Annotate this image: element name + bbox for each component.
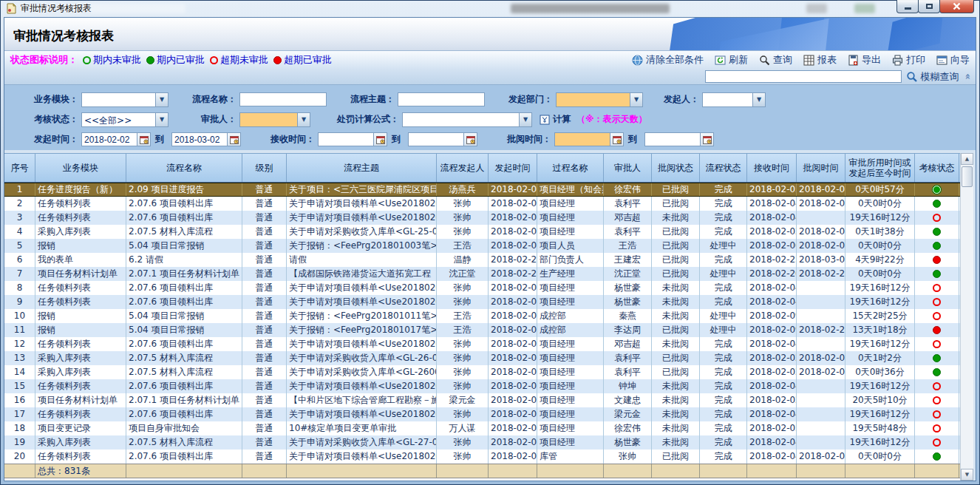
cell-start_date[interactable]: 2018-02-02 (489, 393, 537, 407)
cell-num[interactable]: 7 (4, 267, 35, 281)
cell-duration[interactable]: 20天5时10分 (845, 393, 915, 407)
scrollbar-track[interactable] (961, 189, 973, 469)
cell-initiator[interactable]: 张帅 (437, 281, 489, 295)
cell-level[interactable]: 普通 (242, 295, 287, 309)
cell-subject[interactable]: 关于申请对项目领料单<Use2018020400 (287, 295, 437, 309)
cell-level[interactable]: 普通 (242, 281, 287, 295)
cell-step[interactable]: 项目经理 (537, 197, 604, 211)
table-row[interactable]: 15任务领料列表2.07.6 项目领料出库普通关于申请对项目领料单<Use201… (4, 379, 960, 393)
cell-flow_status[interactable]: 完成 (700, 225, 747, 239)
calculate-button[interactable]: 计算 (540, 113, 571, 126)
chevron-down-icon[interactable]: ▼ (752, 93, 765, 106)
cell-review_status[interactable]: 未批阅 (652, 379, 700, 393)
cell-level[interactable]: 普通 (242, 337, 287, 351)
cell-num[interactable]: 17 (4, 407, 35, 421)
column-header-initiator[interactable]: 流程发起人 (437, 154, 489, 182)
cell-flow_status[interactable]: 完成 (700, 407, 747, 421)
cell-review_date[interactable] (797, 421, 845, 435)
cell-initiator[interactable]: 王浩 (437, 323, 489, 337)
cell-start_date[interactable]: 2018-02-02 (489, 365, 537, 379)
table-row[interactable]: 9任务领料列表2.07.6 项目领料出库普通关于申请对项目领料单<Use2018… (4, 295, 960, 309)
cell-module[interactable]: 任务领料列表 (35, 379, 126, 393)
process-name-input[interactable] (239, 92, 327, 106)
cell-num[interactable]: 5 (4, 239, 35, 253)
table-row[interactable]: 6我的表单6.2 请假普通请假温静2018-02-25部门负责人王建宏已批阅完成… (4, 253, 960, 267)
cell-level[interactable]: 普通 (242, 365, 287, 379)
cell-review_date[interactable] (797, 337, 845, 351)
cell-flow_status[interactable]: 完成 (700, 379, 747, 393)
cell-module[interactable]: 报销 (35, 239, 126, 253)
cell-initiator[interactable]: 张帅 (437, 225, 489, 239)
cell-step[interactable]: 项目经理 (537, 393, 604, 407)
chevron-down-icon[interactable]: ▼ (630, 93, 642, 106)
cell-review_status[interactable]: 已批阅 (652, 225, 700, 239)
cell-status[interactable] (915, 393, 959, 407)
table-row[interactable]: 19采购入库列表2.07.5 材料入库流程普通关于申请对采购收货入库单<GL-2… (4, 435, 960, 450)
column-header-level[interactable]: 级别 (242, 154, 287, 182)
cell-review_date[interactable]: 2018-02-04 (797, 450, 845, 464)
cell-num[interactable]: 1 (4, 183, 35, 196)
cell-status[interactable] (915, 295, 959, 309)
cell-review_status[interactable]: 未批阅 (652, 421, 700, 435)
cell-process[interactable]: 2.07.6 项目领料出库 (126, 211, 242, 225)
cell-duration[interactable]: 19天16时12分 (845, 407, 915, 421)
chevron-down-icon[interactable]: ▼ (297, 113, 310, 126)
cell-duration[interactable]: 0天0时0分 (845, 450, 915, 464)
cell-review_date[interactable] (797, 281, 845, 295)
cell-module[interactable]: 项目任务材料计划单 (35, 267, 126, 281)
cell-num[interactable]: 3 (4, 211, 35, 225)
cell-duration[interactable]: 13天1时18分 (845, 323, 915, 337)
cell-process[interactable]: 2.07.1 项目任务材料计划单 (126, 393, 242, 407)
table-row[interactable]: 13采购入库列表2.07.5 材料入库流程普通关于申请对采购收货入库单<GL-2… (4, 351, 960, 365)
fuzzy-search-input[interactable] (705, 70, 902, 83)
cell-module[interactable]: 我的表单 (35, 253, 126, 267)
cell-receive_date[interactable]: 2018-02-25 (747, 253, 797, 267)
cell-receive_date[interactable]: 2018-02-02 (747, 365, 797, 379)
cell-duration[interactable]: 19天16时12分 (845, 337, 915, 351)
cell-review_status[interactable]: 未批阅 (652, 337, 700, 351)
cell-step[interactable]: 项目人员 (537, 239, 604, 253)
cell-level[interactable]: 普通 (242, 379, 287, 393)
cell-start_date[interactable]: 2018-02-04 (489, 450, 537, 464)
cell-subject[interactable]: 关于申请对项目领料单<Use2018020402 (287, 197, 437, 211)
cell-process[interactable]: 2.07.6 项目领料出库 (126, 197, 242, 211)
cell-level[interactable]: 普通 (242, 407, 287, 421)
cell-review_date[interactable] (797, 295, 845, 309)
cell-subject[interactable]: 关于申请对项目领料单<Use2018020400 (287, 379, 437, 393)
cell-approver[interactable]: 袁利平 (604, 351, 652, 365)
cell-level[interactable]: 普通 (242, 225, 287, 239)
cell-duration[interactable]: 19天16时12分 (845, 379, 915, 393)
export-button[interactable]: 导出 (848, 53, 881, 67)
cell-start_date[interactable]: 2018-02-06 (489, 309, 537, 323)
cell-approver[interactable]: 袁利平 (604, 225, 652, 239)
cell-num[interactable]: 11 (4, 323, 35, 337)
cell-flow_status[interactable]: 完成 (700, 281, 747, 295)
table-row[interactable]: 10报销5.04 项目日常报销普通关于报销：<FeePrg201801011笔>… (4, 309, 960, 323)
calendar-icon[interactable] (228, 132, 241, 146)
cell-num[interactable]: 10 (4, 309, 35, 323)
cell-module[interactable]: 任务领料列表 (35, 295, 126, 309)
cell-flow_status[interactable]: 完成 (700, 351, 747, 365)
cell-review_status[interactable]: 已批阅 (652, 253, 700, 267)
cell-process[interactable]: 2.09 项目进度报告 (126, 183, 242, 196)
cell-status[interactable] (915, 253, 959, 267)
report-button[interactable]: 报表 (803, 53, 837, 67)
cell-level[interactable]: 普通 (242, 211, 287, 225)
cell-status[interactable] (915, 239, 959, 253)
column-header-module[interactable]: 业务模块 (35, 154, 126, 182)
cell-initiator[interactable]: 温静 (437, 253, 489, 267)
collapse-panel-chevron[interactable]: » (961, 73, 972, 79)
cell-process[interactable]: 2.07.5 材料入库流程 (126, 365, 242, 379)
cell-start_date[interactable]: 2018-02-04 (489, 379, 537, 393)
cell-review_status[interactable]: 已批阅 (652, 351, 700, 365)
cell-status[interactable] (915, 267, 959, 281)
cell-duration[interactable]: 0天0时0分 (845, 267, 915, 281)
minimize-button[interactable] (896, 0, 919, 13)
maximize-button[interactable] (918, 0, 940, 13)
cell-review_status[interactable]: 未批阅 (652, 435, 700, 450)
cell-start_date[interactable]: 2018-02-26 (489, 267, 537, 281)
column-header-receive_date[interactable]: 接收时间 (747, 154, 797, 182)
cell-duration[interactable]: 19天16时12分 (845, 295, 915, 309)
cell-review_date[interactable]: 2018-02-02 (797, 365, 845, 379)
cell-duration[interactable]: 0天1时38分 (845, 225, 915, 239)
